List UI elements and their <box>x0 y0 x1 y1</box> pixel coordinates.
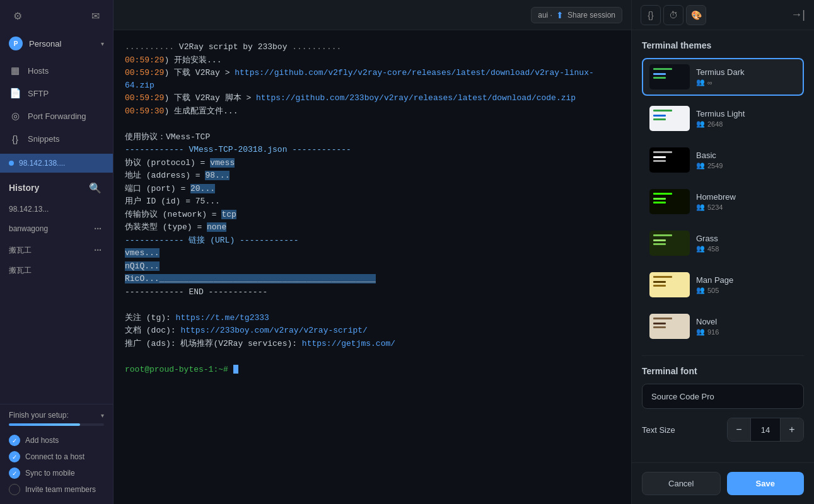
theme-preview <box>649 231 690 256</box>
setup-item-3: Invite team members <box>9 481 104 498</box>
text-size-input[interactable] <box>750 418 781 441</box>
more-button[interactable]: ··· <box>91 244 104 256</box>
history-label: History <box>9 183 39 193</box>
mail-button[interactable]: ✉ <box>86 7 104 25</box>
theme-item-grass[interactable]: Grass 👥 458 <box>642 224 804 262</box>
theme-users: 👥 505 <box>696 286 796 294</box>
terminal-cursor <box>233 365 238 374</box>
term-prompt-line: root@proud-bytes-1:~# <box>125 364 620 376</box>
active-host-label: 98.142.138.... <box>19 159 65 168</box>
theme-item-termius-light[interactable]: Termius Light 👥 2648 <box>642 100 804 137</box>
host-status-dot <box>9 161 14 166</box>
cancel-button[interactable]: Cancel <box>642 472 721 495</box>
setup-label: Finish your setup: <box>9 411 69 420</box>
term-blank <box>125 350 620 363</box>
size-decrease-button[interactable]: − <box>728 418 750 441</box>
terminal-content[interactable]: .......... V2Ray script by 233boy ......… <box>113 30 631 504</box>
users-icon: 👥 <box>696 161 705 169</box>
plus-icon: + <box>789 424 794 435</box>
theme-item-termius-dark[interactable]: Termius Dark 👥 ∞ <box>642 58 804 96</box>
settings-close-button[interactable]: →| <box>791 8 805 21</box>
history-list: 98.142.13... banwagong ··· 搬瓦工 ··· 搬瓦工 <box>0 200 113 280</box>
term-line: RicO..._________________________________… <box>125 273 620 285</box>
term-line: 端口 (port) = 20... <box>125 183 620 195</box>
term-line: vmes... <box>125 247 620 260</box>
theme-name: Novel <box>696 317 796 326</box>
term-line: 文档 (doc): https://233boy.com/v2ray/v2ray… <box>125 324 620 337</box>
active-host-item[interactable]: 98.142.138.... <box>0 154 113 173</box>
users-icon: 👥 <box>696 120 705 128</box>
theme-grid: Termius Dark 👥 ∞ Termius Light 👥 2648 <box>642 58 804 345</box>
tab-timer[interactable]: ⏱ <box>663 5 683 25</box>
font-display: Source Code Pro <box>651 392 714 401</box>
size-controls: − + <box>727 418 804 442</box>
term-line: 00:59:30) 生成配置文件... <box>125 105 620 118</box>
term-line: ------------ END ------------ <box>125 286 620 299</box>
sidebar-header: ⚙ ✉ <box>0 0 113 32</box>
term-line: 协议 (protocol) = vmess <box>125 157 620 169</box>
sidebar-item-snippets[interactable]: {} Snippets <box>0 127 113 150</box>
term-line: 00:59:29) 开始安装... <box>125 54 620 67</box>
text-size-label: Text Size <box>642 425 722 435</box>
history-item-0[interactable]: 98.142.13... <box>0 200 113 218</box>
code-icon: {} <box>648 10 653 20</box>
term-line: nQiQ... <box>125 260 620 273</box>
term-line: .......... V2Ray script by 233boy ......… <box>125 41 620 54</box>
sidebar-item-port-forwarding[interactable]: ◎ Port Forwarding <box>0 105 113 127</box>
terminal-area: aui · ⬆ Share session .......... V2Ray s… <box>113 0 631 504</box>
history-item-2[interactable]: 搬瓦工 ··· <box>0 239 113 261</box>
save-button[interactable]: Save <box>727 472 805 495</box>
setup-check-pending-icon <box>9 484 20 495</box>
setup-progress-fill <box>9 423 80 426</box>
font-selector[interactable]: Source Code Pro <box>642 384 804 409</box>
sidebar-item-sftp[interactable]: 📄 SFTP <box>0 82 113 105</box>
theme-name: Termius Light <box>696 109 796 118</box>
personal-section[interactable]: P Personal ▾ <box>0 32 113 55</box>
text-size-row: Text Size − + <box>642 418 804 442</box>
snippets-icon: {} <box>9 132 21 145</box>
tab-palette[interactable]: 🎨 <box>686 5 706 25</box>
tab-code[interactable]: {} <box>641 5 661 25</box>
term-line: 00:59:29) 下载 V2Ray > https://github.com/… <box>125 67 620 91</box>
setup-item-1: ✓ Connect to a host <box>9 449 104 465</box>
share-label: Share session <box>567 11 615 20</box>
theme-item-basic[interactable]: Basic 👥 2549 <box>642 141 804 179</box>
theme-users: 👥 2549 <box>696 161 796 169</box>
share-session-badge[interactable]: aui · ⬆ Share session <box>531 7 622 23</box>
history-search-button[interactable]: 🔍 <box>86 179 104 197</box>
timer-icon: ⏱ <box>669 10 678 20</box>
sidebar-item-label: Port Forwarding <box>28 112 86 121</box>
sidebar: ⚙ ✉ P Personal ▾ ▦ Hosts 📄 SFTP ◎ Port F… <box>0 0 113 504</box>
setup-section: Finish your setup: ▾ ✓ Add hosts ✓ Conne… <box>0 404 113 504</box>
term-blank <box>125 299 620 311</box>
users-icon: 👥 <box>696 244 705 253</box>
theme-preview <box>649 64 690 89</box>
history-item-1[interactable]: banwagong ··· <box>0 218 113 239</box>
sidebar-item-label: SFTP <box>28 89 49 98</box>
port-forwarding-icon: ◎ <box>9 110 21 122</box>
terminal-topbar: aui · ⬆ Share session <box>113 0 631 30</box>
theme-item-homebrew[interactable]: Homebrew 👥 5234 <box>642 183 804 220</box>
mail-icon: ✉ <box>91 10 100 22</box>
users-icon: 👥 <box>696 78 705 86</box>
theme-users: 👥 2648 <box>696 120 796 128</box>
setup-item-2: ✓ Sync to mobile <box>9 465 104 481</box>
theme-users: 👥 458 <box>696 244 796 253</box>
sidebar-item-label: Hosts <box>28 66 49 76</box>
size-increase-button[interactable]: + <box>781 418 803 441</box>
term-line: 关注 (tg): https://t.me/tg2333 <box>125 312 620 324</box>
theme-item-novel[interactable]: Novel 👥 916 <box>642 307 804 345</box>
sidebar-item-hosts[interactable]: ▦ Hosts <box>0 59 113 82</box>
setup-item-label: Invite team members <box>25 485 96 494</box>
share-icon: ⬆ <box>556 10 564 20</box>
more-button[interactable]: ··· <box>91 222 104 235</box>
settings-button[interactable]: ⚙ <box>9 7 26 25</box>
term-line: ------------ 链接 (URL) ------------ <box>125 234 620 247</box>
chevron-down-icon: ▾ <box>101 40 104 47</box>
setup-check-icon: ✓ <box>9 467 20 479</box>
close-panel-icon: →| <box>791 8 805 21</box>
setup-item-label: Add hosts <box>25 436 59 445</box>
theme-item-man-page[interactable]: Man Page 👥 505 <box>642 266 804 304</box>
history-item-3[interactable]: 搬瓦工 <box>0 261 113 280</box>
palette-icon: 🎨 <box>691 10 702 20</box>
